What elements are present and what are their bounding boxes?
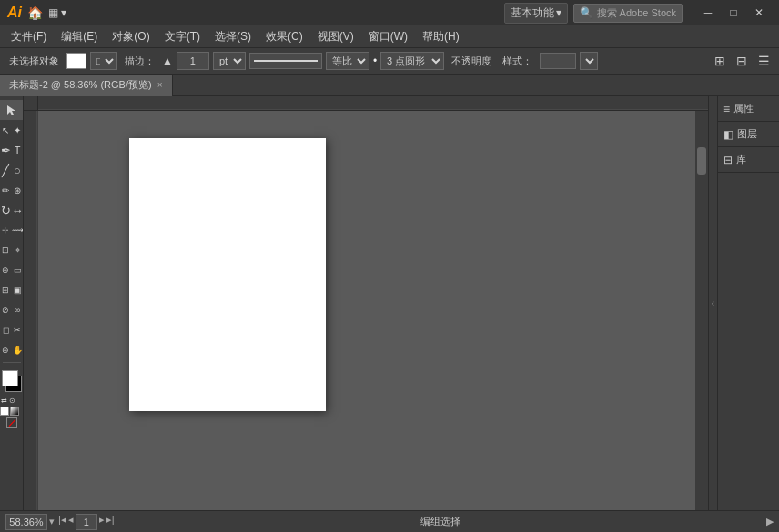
libraries-panel-tab[interactable]: ⊟ 库 xyxy=(718,147,779,173)
properties-label: 属性 xyxy=(733,102,754,115)
right-panel-collapse[interactable]: ‹ xyxy=(708,96,717,510)
opacity-label: 不透明度 xyxy=(448,55,495,68)
tab-title: 未标题-2 @ 58.36% (RGB/预览) xyxy=(9,78,152,92)
right-panel: ≡ 属性 ◧ 图层 ⊟ 库 xyxy=(717,96,779,510)
libraries-label: 库 xyxy=(736,153,746,166)
page-number-input[interactable]: 1 xyxy=(76,514,97,530)
layers-label: 图层 xyxy=(737,127,757,141)
ruler-corner xyxy=(24,96,38,111)
status-bar: 58.36% ▾ |◂ ◂ 1 ▸ ▸| 编组选择 ▶ xyxy=(0,510,779,532)
blend-tool[interactable]: ∞ xyxy=(12,300,24,320)
play-button[interactable]: ▶ xyxy=(766,516,774,527)
style-preview[interactable] xyxy=(540,53,576,69)
libraries-icon: ⊟ xyxy=(723,154,733,166)
eraser-tool[interactable]: ◻ xyxy=(0,320,12,340)
reflect-tool[interactable]: ↔ xyxy=(12,200,24,220)
free-transform-tool[interactable]: ⊡ xyxy=(0,240,12,260)
vertical-ruler xyxy=(24,111,38,510)
arrange-icon[interactable]: ▦ ▾ xyxy=(48,6,66,19)
last-page-button[interactable]: ▸| xyxy=(106,514,115,530)
foreground-color-swatch[interactable] xyxy=(2,370,18,386)
stroke-line-display[interactable] xyxy=(249,53,322,69)
align-btn-1[interactable]: ⊞ xyxy=(710,51,730,71)
scissors-tool[interactable]: ✂ xyxy=(12,320,24,340)
menu-select[interactable]: 选择(S) xyxy=(207,25,258,47)
type-tool[interactable]: T xyxy=(12,140,24,160)
pen-tool[interactable]: ✒ xyxy=(0,140,12,160)
menu-effect[interactable]: 效果(C) xyxy=(258,25,310,47)
left-toolbar: ↖ ✦ ✒ T ╱ ○ ✏ ⊛ ↻ ↔ xyxy=(0,96,24,510)
zoom-chevron[interactable]: ▾ xyxy=(49,516,55,527)
search-box[interactable]: 🔍 搜索 Adobe Stock xyxy=(573,4,683,23)
dot-shape-dropdown[interactable]: 3 点圆形 xyxy=(380,52,444,70)
layers-panel-tab[interactable]: ◧ 图层 xyxy=(718,122,779,147)
maximize-button[interactable]: □ xyxy=(721,0,746,25)
line-tool[interactable]: ╱ xyxy=(0,160,12,180)
none-color-icon[interactable] xyxy=(6,417,17,428)
swap-colors-icon[interactable]: ⇄ xyxy=(0,396,8,405)
stroke-value-input[interactable] xyxy=(177,52,209,70)
magic-wand-tool[interactable]: ✦ xyxy=(12,120,24,140)
no-selection-label: 未选择对象 xyxy=(5,55,63,68)
warp-tool[interactable]: ⊹ xyxy=(0,220,12,240)
menu-file[interactable]: 文件(F) xyxy=(4,25,54,47)
search-icon: 🔍 xyxy=(580,6,593,19)
column-graph-tool[interactable]: ▭ xyxy=(12,260,24,280)
mesh-tool[interactable]: ⊞ xyxy=(0,280,12,300)
color-mode-icon[interactable] xyxy=(0,407,9,416)
gradient-mode-icon[interactable] xyxy=(10,407,19,416)
stroke-up-icon[interactable]: ▲ xyxy=(162,55,173,67)
artboard xyxy=(129,138,326,411)
gradient-tool[interactable]: ▣ xyxy=(12,280,24,300)
ellipse-tool[interactable]: ○ xyxy=(12,160,24,180)
navigation-buttons: |◂ ◂ 1 ▸ ▸| xyxy=(58,514,115,530)
search-placeholder: 搜索 Adobe Stock xyxy=(597,6,676,20)
menu-edit[interactable]: 编辑(E) xyxy=(54,25,105,47)
properties-icon: ≡ xyxy=(723,103,730,115)
scroll-thumb-right[interactable] xyxy=(697,147,706,175)
blob-brush-tool[interactable]: ⊛ xyxy=(12,180,24,200)
stroke-unit-dropdown[interactable]: pt xyxy=(213,52,246,70)
menu-help[interactable]: 帮助(H) xyxy=(415,25,467,47)
tab-bar: 未标题-2 @ 58.36% (RGB/预览) × xyxy=(0,75,779,96)
hand-tool[interactable]: ✋ xyxy=(12,340,24,360)
menu-object[interactable]: 对象(O) xyxy=(105,25,157,47)
prev-page-button[interactable]: ◂ xyxy=(68,514,74,530)
menu-window[interactable]: 窗口(W) xyxy=(361,25,415,47)
next-page-button[interactable]: ▸ xyxy=(99,514,105,530)
zoom-tool[interactable]: ⊕ xyxy=(0,340,12,360)
fill-swatch[interactable] xyxy=(66,53,86,69)
home-icon[interactable]: 🏠 xyxy=(27,5,43,20)
menu-view[interactable]: 视图(V) xyxy=(310,25,361,47)
active-tab[interactable]: 未标题-2 @ 58.36% (RGB/预览) × xyxy=(0,75,173,96)
scroll-bar-right[interactable] xyxy=(695,111,708,510)
pencil-tool[interactable]: ✏ xyxy=(0,180,12,200)
menu-type[interactable]: 文字(T) xyxy=(157,25,207,47)
first-page-button[interactable]: |◂ xyxy=(58,514,66,530)
properties-panel-tab[interactable]: ≡ 属性 xyxy=(718,96,779,122)
ai-logo: Ai xyxy=(7,5,22,21)
direct-select-tool[interactable]: ↖ xyxy=(0,120,12,140)
close-button[interactable]: ✕ xyxy=(746,0,772,25)
default-colors-icon[interactable]: ⊙ xyxy=(8,396,16,405)
layers-icon: ◧ xyxy=(723,128,733,141)
align-btn-2[interactable]: ⊟ xyxy=(732,51,752,71)
align-btn-3[interactable]: ☰ xyxy=(754,51,774,71)
rotate-tool[interactable]: ↻ xyxy=(0,200,12,220)
equal-ratio-dropdown[interactable]: 等比 xyxy=(326,52,369,70)
zoom-input[interactable]: 58.36% xyxy=(5,514,47,530)
tab-close-button[interactable]: × xyxy=(157,80,163,90)
minimize-button[interactable]: ─ xyxy=(695,0,721,25)
stroke-label: 描边： xyxy=(121,55,158,68)
puppet-warp-tool[interactable]: ⌖ xyxy=(12,240,24,260)
select-tool[interactable] xyxy=(0,100,24,120)
width-tool[interactable]: ⟿ xyxy=(12,220,24,240)
color-area xyxy=(0,366,24,396)
eyedropper-tool[interactable]: ⊘ xyxy=(0,300,12,320)
symbol-sprayer-tool[interactable]: ⊕ xyxy=(0,260,12,280)
canvas-area[interactable] xyxy=(38,111,708,510)
workspace-button[interactable]: 基本功能 ▾ xyxy=(504,3,568,24)
style-dropdown[interactable]: ▾ xyxy=(580,52,598,70)
status-text: 编组选择 xyxy=(118,515,763,528)
fill-type-dropdown[interactable]: □ xyxy=(90,52,117,70)
